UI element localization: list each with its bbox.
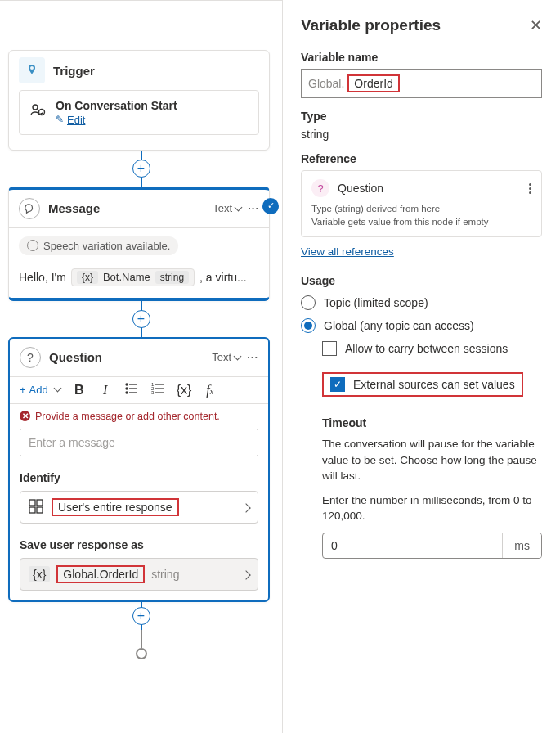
radio-icon <box>301 318 316 333</box>
message-body-suffix: , a virtu... <box>199 271 247 284</box>
view-all-references-link[interactable]: View all references <box>301 245 394 258</box>
checkbox-icon: ✓ <box>330 377 345 392</box>
chevron-right-icon <box>243 501 249 514</box>
message-mode-dropdown[interactable]: Text <box>213 202 241 214</box>
svg-rect-15 <box>37 500 43 506</box>
variable-token[interactable]: {x} Bot.Name string <box>71 268 195 286</box>
reference-more-button[interactable] <box>529 183 531 194</box>
question-node[interactable]: ? Question Text ··· + Add B I 123 {x} <box>8 337 270 602</box>
message-input[interactable]: Enter a message <box>20 429 258 456</box>
chevron-right-icon <box>243 568 249 581</box>
svg-point-4 <box>126 388 128 389</box>
add-node-button[interactable]: + <box>132 607 150 625</box>
question-more-button[interactable]: ··· <box>247 351 258 363</box>
bold-button[interactable]: B <box>72 383 87 398</box>
svg-point-6 <box>126 392 128 393</box>
speech-pill-text: Speech variation available. <box>43 240 170 252</box>
bullet-list-button[interactable] <box>124 382 139 398</box>
timeout-hint: Enter the number in milliseconds, from 0… <box>322 492 542 524</box>
connector: + <box>0 151 282 187</box>
question-title: Question <box>49 350 102 364</box>
question-mode-dropdown[interactable]: Text <box>212 351 240 363</box>
carry-sessions-checkbox[interactable]: Allow to carry between sessions <box>322 341 542 356</box>
svg-text:3: 3 <box>151 390 155 395</box>
timeout-unit: ms <box>502 533 541 558</box>
identify-value: User's entire response <box>52 498 179 516</box>
trigger-node[interactable]: Trigger On Conversation Start Edit <box>8 50 270 151</box>
reference-card[interactable]: ? Question Type (string) derived from he… <box>301 170 542 237</box>
add-node-button[interactable]: + <box>132 310 150 328</box>
reference-item: Question <box>338 182 383 195</box>
usage-global-radio[interactable]: Global (any topic can access) <box>301 318 542 333</box>
message-body-prefix: Hello, I'm <box>19 271 66 284</box>
entity-icon <box>29 499 45 515</box>
variable-name-input[interactable]: Global. OrderId <box>301 69 542 98</box>
question-icon: ? <box>20 347 41 368</box>
flow-end <box>0 630 282 659</box>
variable-name-label: Variable name <box>301 51 542 64</box>
numbered-list-button[interactable]: 123 <box>150 382 165 398</box>
save-as-label: Save user response as <box>10 533 268 556</box>
save-as-picker[interactable]: {x} Global.OrderId string <box>20 558 258 591</box>
trigger-subcard[interactable]: On Conversation Start Edit <box>19 90 259 135</box>
usage-topic-radio[interactable]: Topic (limited scope) <box>301 295 542 310</box>
timeout-label: Timeout <box>322 416 542 429</box>
message-icon <box>19 198 40 219</box>
conversation-start-icon <box>29 102 47 123</box>
end-icon <box>136 648 147 659</box>
svg-rect-14 <box>29 500 35 506</box>
variable-scope: Global. <box>308 77 344 90</box>
connector: + <box>0 602 282 630</box>
speech-pill[interactable]: Speech variation available. <box>19 236 178 255</box>
message-more-button[interactable]: ··· <box>248 202 259 214</box>
usage-topic-label: Topic (limited scope) <box>324 296 428 309</box>
variable-token-name: Bot.Name <box>103 271 150 283</box>
reference-label: Reference <box>301 152 542 165</box>
timeout-description: The conversation will pause for the vari… <box>322 436 542 484</box>
add-node-button[interactable]: + <box>132 160 150 178</box>
usage-label: Usage <box>301 274 542 287</box>
svg-rect-17 <box>37 507 43 513</box>
properties-panel: Variable properties ✕ Variable name Glob… <box>282 0 560 733</box>
trigger-sub-title: On Conversation Start <box>56 99 177 112</box>
save-as-variable: Global.OrderId <box>56 565 145 583</box>
variable-name-value: OrderId <box>347 74 399 92</box>
reference-meta-1: Type (string) derived from here <box>311 202 531 215</box>
flow-canvas: Trigger On Conversation Start Edit + ✓ <box>0 0 282 733</box>
checkbox-icon <box>322 341 337 356</box>
variable-icon: {x} <box>29 566 50 582</box>
connector: + <box>0 301 282 337</box>
trigger-icon <box>19 57 45 83</box>
svg-point-0 <box>33 105 38 110</box>
svg-rect-16 <box>29 507 35 513</box>
svg-point-2 <box>126 384 128 385</box>
question-icon: ? <box>311 179 329 197</box>
speech-icon <box>27 240 38 251</box>
check-icon: ✓ <box>262 198 279 214</box>
type-label: Type <box>301 110 542 123</box>
insert-variable-button[interactable]: {x} <box>177 383 191 398</box>
formula-button[interactable]: fx <box>203 383 217 398</box>
panel-title: Variable properties <box>301 16 441 34</box>
timeout-input[interactable]: 0 ms <box>322 533 542 559</box>
add-button[interactable]: + Add <box>20 384 60 396</box>
identify-picker[interactable]: User's entire response <box>20 491 258 524</box>
variable-icon: {x} <box>77 271 98 284</box>
save-as-type: string <box>151 568 179 581</box>
message-title: Message <box>48 201 100 215</box>
close-button[interactable]: ✕ <box>530 16 542 34</box>
external-label: External sources can set values <box>353 378 515 391</box>
italic-button[interactable]: I <box>98 383 113 398</box>
validation-error: ✕ Provide a message or add other content… <box>10 404 268 425</box>
variable-token-type: string <box>155 271 189 284</box>
reference-meta-2: Variable gets value from this node if em… <box>311 215 531 228</box>
message-node[interactable]: ✓ Message Text ··· Speech variation avai… <box>8 187 270 301</box>
edit-trigger-link[interactable]: Edit <box>56 114 85 126</box>
rich-text-toolbar: + Add B I 123 {x} fx <box>10 377 268 404</box>
identify-label: Identify <box>10 466 268 489</box>
timeout-value[interactable]: 0 <box>323 533 502 558</box>
carry-label: Allow to carry between sessions <box>345 342 508 355</box>
radio-icon <box>301 295 316 310</box>
external-sources-checkbox[interactable]: ✓ External sources can set values <box>322 372 523 397</box>
usage-global-label: Global (any topic can access) <box>324 319 474 332</box>
